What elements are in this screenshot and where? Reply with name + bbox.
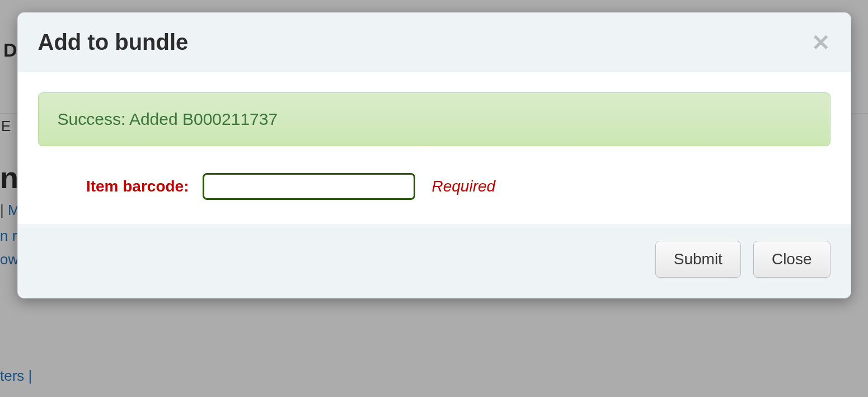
success-alert: Success: Added B000211737	[38, 92, 831, 146]
barcode-input[interactable]	[203, 173, 415, 200]
modal-title: Add to bundle	[38, 30, 189, 55]
modal-overlay: Add to bundle ✕ Success: Added B00021173…	[0, 0, 868, 397]
modal-footer: Submit Close	[18, 225, 851, 298]
barcode-form-row: Item barcode: Required	[38, 173, 831, 200]
submit-button[interactable]: Submit	[655, 241, 741, 278]
close-icon[interactable]: ✕	[811, 31, 831, 54]
add-to-bundle-modal: Add to bundle ✕ Success: Added B00021173…	[17, 12, 851, 298]
required-hint: Required	[432, 178, 496, 195]
modal-body: Success: Added B000211737 Item barcode: …	[18, 72, 851, 225]
modal-header: Add to bundle ✕	[18, 13, 851, 72]
close-button[interactable]: Close	[753, 241, 831, 278]
barcode-label: Item barcode:	[72, 178, 189, 195]
